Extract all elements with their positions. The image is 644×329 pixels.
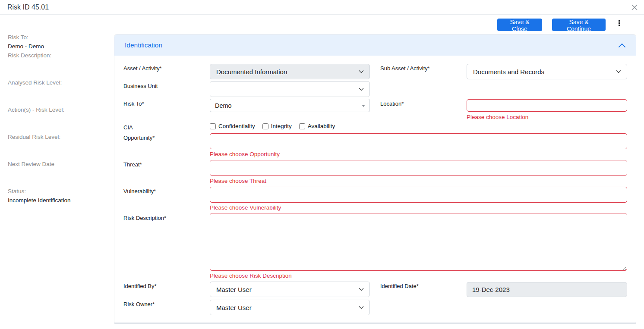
section-title: Identification	[125, 41, 162, 49]
sidebar-risk-to-label: Risk To:	[8, 34, 28, 41]
location-error: Please choose Location	[467, 114, 528, 120]
asset-activity-value: Documented Information	[216, 68, 287, 75]
chevron-down-icon	[358, 87, 364, 91]
availability-checkbox[interactable]	[299, 123, 305, 129]
sidebar-status-label: Status:	[8, 188, 26, 194]
identification-panel: Identification Asset / Activity* Documen…	[114, 34, 636, 324]
threat-input[interactable]	[210, 160, 627, 176]
threat-error: Please choose Threat	[210, 178, 266, 184]
location-label: Location*	[380, 100, 404, 107]
business-unit-select[interactable]	[210, 81, 370, 97]
chevron-down-icon	[358, 287, 364, 291]
risk-to-select[interactable]: Demo	[210, 99, 370, 112]
sidebar-risk-description-label: Risk Description:	[8, 52, 51, 59]
asset-activity-label: Asset / Activity*	[123, 65, 162, 72]
risk-owner-select[interactable]: Master User	[210, 300, 370, 315]
cia-option-confidentiality[interactable]: Confidentiality	[210, 123, 255, 129]
next-section-divider	[114, 323, 636, 324]
sub-asset-activity-value: Documents and Records	[473, 68, 544, 75]
availability-label: Availability	[308, 123, 335, 129]
sidebar-status-value: Incomplete Identification	[8, 197, 71, 204]
vulnerability-label: Vulnerability*	[123, 188, 156, 194]
identified-date-input[interactable]	[467, 282, 627, 297]
business-unit-label: Business Unit	[123, 83, 158, 89]
cia-label: CIA	[123, 124, 133, 131]
cia-option-availability[interactable]: Availability	[299, 123, 335, 129]
asset-activity-select[interactable]: Documented Information	[210, 64, 370, 79]
location-input[interactable]	[467, 99, 627, 112]
vulnerability-input[interactable]	[210, 187, 627, 203]
close-icon[interactable]	[629, 2, 640, 13]
chevron-down-icon	[358, 305, 364, 310]
sidebar-residual-risk-label: Residual Risk Level:	[8, 134, 60, 140]
confidentiality-checkbox[interactable]	[210, 123, 216, 129]
chevron-up-icon[interactable]	[618, 42, 626, 48]
integrity-checkbox[interactable]	[262, 123, 268, 129]
page-title: Risk ID 45.01	[7, 3, 49, 11]
sub-asset-activity-select[interactable]: Documents and Records	[467, 64, 627, 79]
risk-description-error: Please choose Risk Description	[210, 273, 292, 279]
identified-by-value: Master User	[216, 286, 252, 293]
caret-down-icon	[362, 105, 365, 107]
cia-checkbox-group: Confidentiality Integrity Availability	[210, 123, 335, 129]
dialog-titlebar: Risk ID 45.01	[0, 0, 644, 15]
risk-description-label: Risk Description*	[123, 215, 166, 221]
chevron-down-icon	[358, 69, 364, 74]
opportunity-label: Opportunity*	[123, 135, 155, 141]
opportunity-error: Please choose Opportunity	[210, 151, 280, 157]
sidebar-actions-risk-label: Action(s) - Risk Level:	[8, 107, 64, 113]
confidentiality-label: Confidentiality	[218, 123, 255, 129]
opportunity-input[interactable]	[210, 133, 627, 149]
vulnerability-error: Please choose Vulnerability	[210, 204, 281, 211]
sidebar-next-review-label: Next Review Date	[8, 161, 54, 167]
identified-date-label: Identified Date*	[380, 283, 419, 289]
integrity-label: Integrity	[271, 123, 292, 129]
save-continue-button[interactable]: Save & Continue	[552, 19, 606, 31]
risk-owner-label: Risk Owner*	[123, 301, 155, 307]
risk-owner-value: Master User	[216, 304, 252, 311]
risk-description-textarea[interactable]	[210, 213, 627, 271]
identified-by-select[interactable]: Master User	[210, 282, 370, 297]
save-close-button[interactable]: Save & Close	[497, 19, 542, 31]
sidebar-risk-to-value: Demo - Demo	[8, 43, 44, 50]
threat-label: Threat*	[123, 161, 142, 168]
sidebar-analysed-risk-label: Analysed Risk Level:	[8, 79, 62, 86]
cia-option-integrity[interactable]: Integrity	[262, 123, 292, 129]
risk-to-label: Risk To*	[123, 100, 144, 107]
chevron-down-icon	[616, 69, 622, 74]
risk-to-value: Demo	[215, 102, 232, 109]
more-options-icon[interactable]	[616, 19, 622, 30]
sub-asset-activity-label: Sub Asset / Activity*	[380, 65, 430, 72]
identification-section-header[interactable]: Identification	[114, 34, 636, 56]
identified-by-label: Identified By*	[123, 283, 157, 289]
